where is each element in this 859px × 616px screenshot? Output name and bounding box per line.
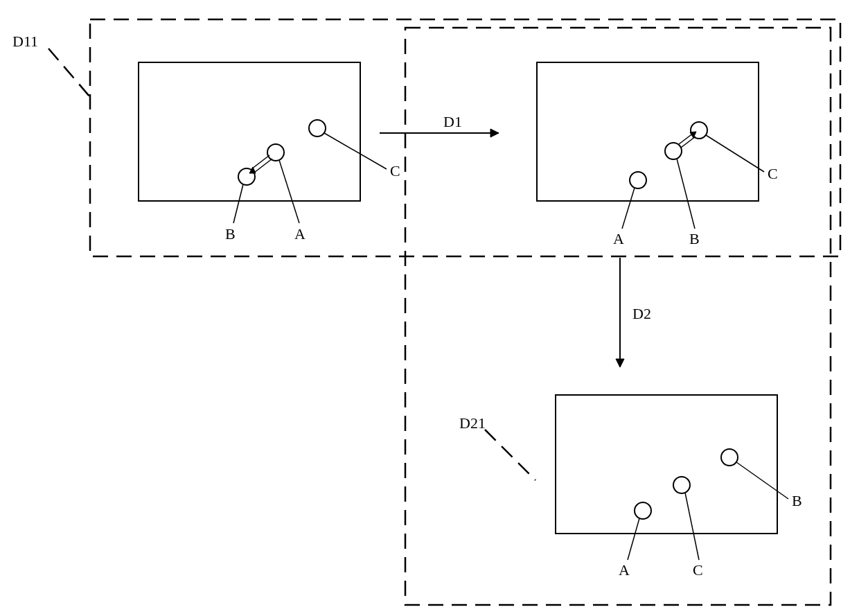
point-c-tr-leader <box>706 135 764 172</box>
point-c-tl-label: C <box>390 162 400 179</box>
svg-rect-6 <box>537 62 759 201</box>
point-a-b <box>635 502 651 519</box>
point-b-b-leader <box>736 462 788 499</box>
region-d11-label: D11 <box>12 33 38 50</box>
frame-top-right: A B C <box>537 62 778 247</box>
point-a-b-leader <box>628 518 639 560</box>
region-d21-box <box>405 28 831 605</box>
arrow-d2-label: D2 <box>632 305 651 322</box>
point-a-tl-label: A <box>294 225 305 243</box>
point-c-tr-label: C <box>768 165 778 182</box>
region-d21-label: D21 <box>459 414 486 432</box>
frame-top-left: B A C <box>139 62 400 243</box>
region-d11-leader <box>48 49 90 97</box>
arrow-d1-label: D1 <box>443 113 462 130</box>
point-a-b-label: A <box>619 561 630 579</box>
point-b-b <box>721 449 738 466</box>
svg-rect-12 <box>556 395 777 534</box>
arrow-d2: D2 <box>616 258 651 367</box>
bc-doublearrow-tr <box>679 132 696 148</box>
frame-bottom: A C B <box>556 395 802 579</box>
diagram-canvas: D11 D21 B A C D1 <box>0 0 859 616</box>
svg-line-2 <box>254 159 272 173</box>
region-d21-leader <box>485 430 535 480</box>
region-d11-box <box>90 19 840 256</box>
svg-marker-11 <box>616 359 624 367</box>
point-a-tl <box>267 144 284 161</box>
svg-line-1 <box>251 155 269 169</box>
point-b-tr <box>665 143 682 159</box>
point-c-b <box>673 477 690 493</box>
point-a-tr <box>630 172 646 188</box>
point-b-b-label: B <box>792 492 802 509</box>
point-b-tl-label: B <box>225 225 236 243</box>
point-a-tl-leader <box>279 160 299 223</box>
point-c-b-label: C <box>693 561 703 579</box>
point-a-tr-label: A <box>613 230 624 247</box>
point-c-tl-leader <box>324 133 387 169</box>
svg-marker-5 <box>490 129 499 137</box>
point-a-tr-leader <box>622 188 635 229</box>
point-c-tl <box>309 120 326 137</box>
point-b-tl-leader <box>233 184 243 223</box>
point-b-tr-leader <box>677 159 695 229</box>
point-c-b-leader <box>685 493 699 560</box>
point-b-tr-label: B <box>689 230 700 247</box>
arrow-d1: D1 <box>380 113 499 137</box>
